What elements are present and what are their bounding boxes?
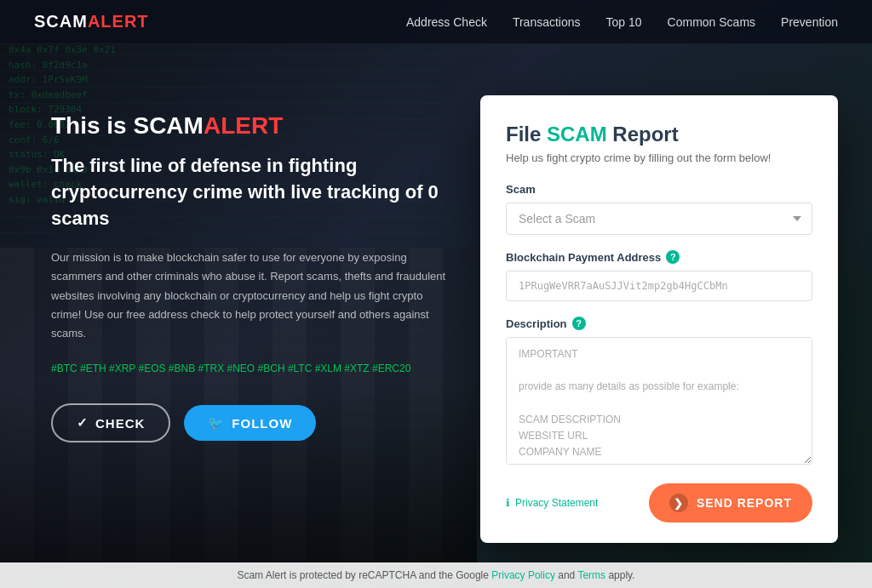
hero-title-alert: ALERT [204,112,283,139]
description-textarea[interactable]: IMPORTANT provide as many details as pos… [506,337,812,465]
nav-link-prevention[interactable]: Prevention [781,15,838,29]
nav-links: Address Check Transactions Top 10 Common… [406,14,838,30]
hero-buttons: ✓ CHECK 🐦 FOLLOW [51,403,446,442]
address-label: Blockchain Payment Address ? [506,250,812,264]
hero-subtitle: The first line of defense in fighting cr… [51,153,446,231]
address-help-icon[interactable]: ? [666,250,680,264]
hashtags: #BTC #ETH #XRP #EOS #BNB #TRX #NEO #BCH … [51,360,446,379]
bottom-bar: Scam Alert is protected by reCAPTCHA and… [0,562,872,588]
nav-item-top-10[interactable]: Top 10 [606,14,642,30]
nav-item-prevention[interactable]: Prevention [781,14,838,30]
form-title-scam: SCAM [547,123,607,146]
navbar: SCAMALERT Address Check Transactions Top… [0,0,872,44]
nav-item-common-scams[interactable]: Common Scams [668,14,755,30]
nav-link-top-10[interactable]: Top 10 [606,15,642,29]
check-button-label: CHECK [95,416,145,431]
form-title-prefix: File [506,123,547,146]
scam-label: Scam [506,183,812,196]
apply-text: apply. [605,569,634,581]
form-footer: ℹ Privacy Statement ❯ SEND REPORT [506,483,812,522]
form-title-suffix: Report [607,123,679,146]
logo: SCAMALERT [34,12,149,31]
privacy-label: Privacy Statement [515,497,598,509]
nav-link-common-scams[interactable]: Common Scams [668,15,755,29]
address-input[interactable] [506,271,812,301]
hero-section: This is SCAMALERT The first line of defe… [0,44,872,577]
bottom-text: Scam Alert is protected by reCAPTCHA and… [237,569,491,581]
logo-scam: SCAM [34,12,88,31]
twitter-icon: 🐦 [208,415,225,431]
description-label-text: Description [506,317,567,330]
scam-field-group: Scam Select a Scam Phishing Ponzi Scheme… [506,183,812,235]
follow-button-label: FOLLOW [232,416,292,431]
scam-label-text: Scam [506,183,536,196]
description-field-group: Description ? IMPORTANT provide as many … [506,317,812,468]
nav-item-address-check[interactable]: Address Check [406,14,487,30]
form-subtitle: Help us fight crypto crime by filling ou… [506,151,812,164]
check-button[interactable]: ✓ CHECK [51,403,170,442]
follow-button[interactable]: 🐦 FOLLOW [184,405,316,441]
nav-link-transactions[interactable]: Transactions [513,15,581,29]
hero-title-prefix: This is SCAM [51,112,204,139]
privacy-statement-link[interactable]: ℹ Privacy Statement [506,497,598,509]
hero-left: This is SCAMALERT The first line of defe… [51,95,446,442]
and-text: and [555,569,577,581]
send-report-label: SEND REPORT [697,496,792,510]
send-report-button[interactable]: ❯ SEND REPORT [649,483,812,522]
form-title: File SCAM Report [506,123,812,146]
terms-link[interactable]: Terms [577,569,605,581]
logo-alert: ALERT [88,12,149,31]
description-label: Description ? [506,317,812,330]
privacy-policy-link[interactable]: Privacy Policy [491,569,555,581]
check-icon: ✓ [77,415,89,431]
description-help-icon[interactable]: ? [572,317,586,330]
nav-item-transactions[interactable]: Transactions [513,14,581,30]
address-label-text: Blockchain Payment Address [506,251,661,264]
hero-title: This is SCAMALERT [51,112,446,140]
hero-description: Our mission is to make blockchain safer … [51,248,446,342]
send-arrow-icon: ❯ [669,494,688,512]
nav-link-address-check[interactable]: Address Check [406,15,487,29]
scam-select[interactable]: Select a Scam Phishing Ponzi Scheme Fake… [506,203,812,235]
scam-report-form: File SCAM Report Help us fight crypto cr… [480,95,838,543]
address-field-group: Blockchain Payment Address ? [506,250,812,301]
info-icon: ℹ [506,497,510,509]
